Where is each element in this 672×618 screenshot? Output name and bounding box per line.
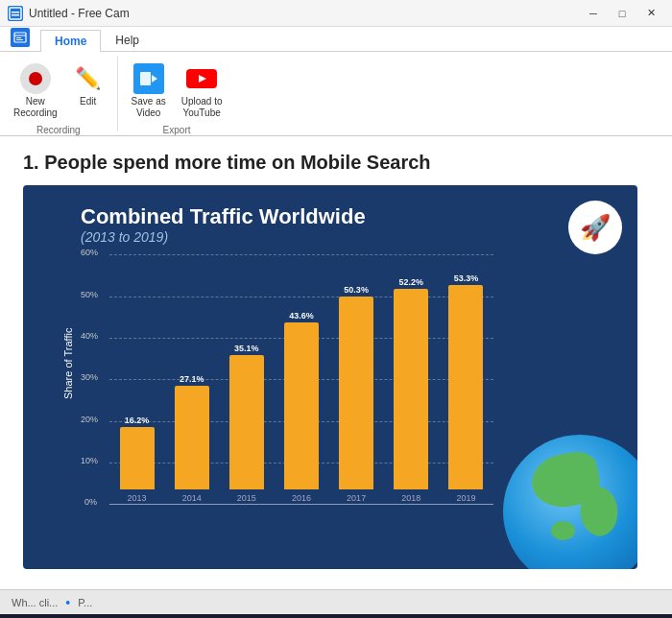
minimize-button[interactable]: ─ [580,5,607,22]
ribbon-group-recording-items: NewRecording ✏️ Edit [8,56,109,123]
tab-help-label: Help [115,34,139,47]
svg-marker-9 [199,75,206,83]
app-icon [8,6,23,21]
upload-youtube-label: Upload toYouTube [181,96,223,119]
window-title: Untitled - Free Cam [29,7,130,20]
title-bar-left: Untitled - Free Cam [8,6,130,21]
maximize-button[interactable]: □ [609,5,636,22]
preview-dot: • [65,595,70,610]
youtube-icon [186,63,217,94]
preview-text-1: Wh... cli... [12,597,58,608]
svg-rect-1 [12,12,19,13]
save-as-video-label: Save asVideo [132,96,166,119]
recording-group-label: Recording [8,123,109,135]
new-recording-label: NewRecording [13,96,58,119]
tab-help[interactable]: Help [101,29,154,51]
chart-title: Combined Traffic Worldwide [81,204,618,229]
upload-youtube-button[interactable]: Upload toYouTube [176,59,228,123]
svg-marker-8 [152,75,157,83]
svg-rect-0 [10,8,21,19]
bar-2017: 50.3% 2017 [339,285,373,503]
ribbon-group-export-items: Save asVideo Upload toYouTube [126,56,228,123]
save-as-video-button[interactable]: Save asVideo [126,59,172,123]
edit-label: Edit [80,96,96,107]
title-bar: Untitled - Free Cam ─ □ ✕ [0,0,672,27]
svg-rect-2 [12,14,19,16]
ribbon-group-export: Save asVideo Upload toYouTube Export [118,56,236,131]
save-as-video-icon [133,63,164,94]
chart-area: Share of Traffic 60% 50% 40% 30% [81,254,532,533]
window-controls: ─ □ ✕ [580,5,664,22]
new-recording-icon [20,63,51,94]
tab-home-label: Home [55,35,86,48]
svg-rect-5 [16,37,21,38]
bar-2013: 16.2% 2013 [120,416,155,503]
bottom-bar: ▶ 00:15/00:19 [0,614,672,618]
bar-2016: 43.6% 2016 [284,311,319,503]
svg-rect-6 [16,39,23,40]
close-button[interactable]: ✕ [637,5,664,22]
export-group-label: Export [126,123,228,135]
svg-rect-4 [14,36,26,36]
edit-button[interactable]: ✏️ Edit [67,59,109,111]
rocket-badge: 🚀 [568,201,622,254]
bar-2015: 35.1% 2015 [229,344,264,503]
main-content: 1. People spend more time on Mobile Sear… [0,136,672,589]
ribbon-tabs: Home Help [0,27,672,52]
chart-slide: 🚀 Combined Traffic Worldwide (2013 to 20… [23,185,637,569]
bar-2018: 52.2% 2018 [394,277,428,503]
new-recording-button[interactable]: NewRecording [8,59,63,123]
ribbon: NewRecording ✏️ Edit Recording [0,52,672,136]
tab-home[interactable]: Home [40,30,101,52]
ribbon-group-recording: NewRecording ✏️ Edit Recording [0,56,118,131]
tab-icon[interactable] [4,23,40,51]
preview-strip: Wh... cli... • P... [0,589,672,614]
edit-icon: ✏️ [73,63,104,94]
chart-subtitle: (2013 to 2019) [81,229,618,245]
y-axis-label: Share of Traffic [62,328,74,399]
ribbon-home-icon [11,28,30,47]
grid-area: 60% 50% 40% 30% 20% 10% [109,254,493,504]
svg-rect-7 [140,72,151,85]
bar-2019: 53.3% 2019 [448,273,483,503]
slide-title: 1. People spend more time on Mobile Sear… [23,152,649,174]
preview-text-2: P... [78,597,92,608]
bar-2014: 27.1% 2014 [175,374,209,503]
